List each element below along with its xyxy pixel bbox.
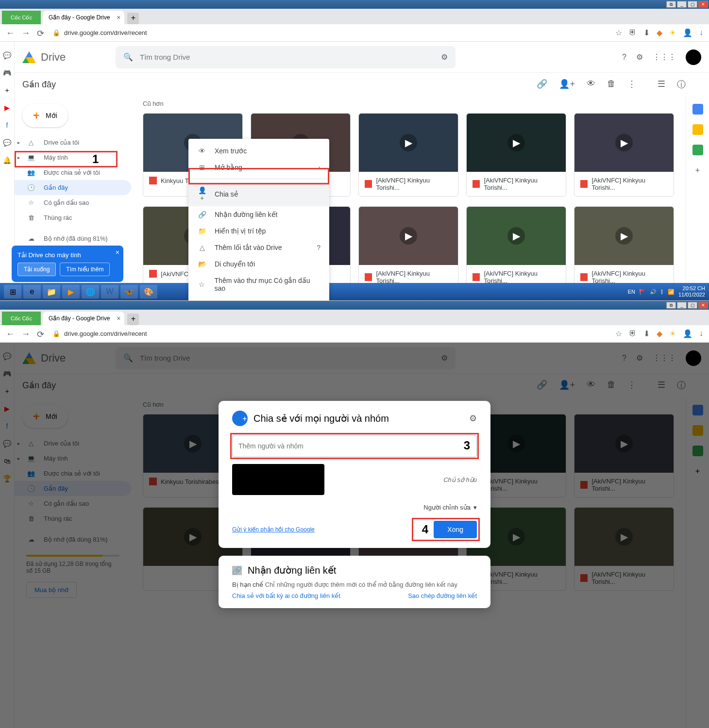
share-modal-overlay[interactable]: 👤+ Chia sẻ với mọi người và nhóm ⚙ 3 Chủ… xyxy=(0,343,709,728)
shield-icon[interactable]: ⛨ xyxy=(629,28,637,37)
file-card[interactable]: [AkiVNFC] Kinkyuu Torishi... xyxy=(466,206,566,290)
url-field[interactable]: 🔒 drive.google.com/drive/recent xyxy=(52,29,609,36)
task-app[interactable]: 🦋 xyxy=(120,285,138,298)
rail-youtube-icon[interactable]: ▶ xyxy=(2,104,12,114)
menu-shortcut[interactable]: △Thêm lối tắt vào Drive? xyxy=(188,239,329,256)
menu-openwith[interactable]: ⊞Mở bằng› xyxy=(188,159,329,176)
add-people-input[interactable] xyxy=(232,435,477,457)
sidebar-item-mydrive[interactable]: ▸△Drive của tôi xyxy=(15,135,131,150)
win-maximize[interactable]: ▢ xyxy=(688,302,697,309)
close-icon[interactable]: × xyxy=(116,248,119,256)
download2-icon[interactable]: ↓ xyxy=(699,28,703,37)
file-card[interactable]: [AkiVNFC] Kinkyuu Torishi... xyxy=(358,206,458,290)
star-icon[interactable]: ☆ xyxy=(615,329,622,338)
help-icon[interactable]: ? xyxy=(317,244,321,251)
help-icon[interactable]: ? xyxy=(622,53,626,62)
sidebar-item-recent[interactable]: 🕒Gần đây xyxy=(15,180,131,195)
filter-icon[interactable]: ⚙ xyxy=(441,52,448,62)
task-chrome[interactable]: 🌐 xyxy=(82,285,99,298)
drive-logo[interactable]: Drive xyxy=(22,51,110,64)
copy-link-button[interactable]: Sao chép đường liên kết xyxy=(408,592,477,599)
promo-learn-button[interactable]: Tìm hiểu thêm xyxy=(60,263,110,276)
search-input[interactable] xyxy=(140,53,434,61)
win-tab-icon[interactable]: ⧉ xyxy=(666,1,676,8)
url-field[interactable]: 🔒 drive.google.com/drive/recent xyxy=(52,330,609,337)
close-icon[interactable]: × xyxy=(117,14,120,21)
close-icon[interactable]: × xyxy=(117,314,120,322)
win-maximize[interactable]: ▢ xyxy=(688,1,697,8)
new-tab-button[interactable]: + xyxy=(127,314,139,325)
rail-messenger-icon[interactable]: 💬 xyxy=(2,51,12,61)
menu-rename[interactable]: ✎Đổi tên xyxy=(188,297,329,301)
tray-flag-icon[interactable]: 🚩 xyxy=(639,289,646,295)
account-avatar[interactable] xyxy=(686,50,701,65)
download-icon[interactable]: ⬇ xyxy=(643,329,650,338)
info-icon[interactable]: ⓘ xyxy=(677,79,686,90)
add-person-icon[interactable]: 👤+ xyxy=(559,79,575,90)
file-card[interactable]: [AkiVNFC] Kinkyuu Torishi... xyxy=(574,206,674,290)
menu-share[interactable]: 👤+Chia sẻ xyxy=(188,182,329,206)
menu-showloc[interactable]: 📁Hiển thị vị trí tệp xyxy=(188,223,329,239)
trash-icon[interactable]: 🗑 xyxy=(607,79,616,90)
drive-search[interactable]: 🔍 ⚙ xyxy=(116,46,456,68)
sun-icon[interactable]: ☀ xyxy=(669,329,676,338)
diamond-icon[interactable]: ◆ xyxy=(657,28,662,37)
gear-icon[interactable]: ⚙ xyxy=(469,413,477,424)
rail-game-icon[interactable]: 🎮 xyxy=(2,69,12,79)
win-close[interactable]: ✕ xyxy=(698,1,708,8)
task-media[interactable]: ▶ xyxy=(62,285,80,298)
list-view-icon[interactable]: ☰ xyxy=(658,79,665,90)
sidebar-item-trash[interactable]: 🗑Thùng rác xyxy=(15,210,131,225)
diamond-icon[interactable]: ◆ xyxy=(657,329,662,338)
calendar-icon[interactable] xyxy=(692,104,703,115)
settings-icon[interactable]: ⚙ xyxy=(636,52,643,62)
keep-icon[interactable] xyxy=(692,124,703,135)
menu-preview[interactable]: 👁Xem trước xyxy=(188,143,329,159)
new-button[interactable]: + Mới xyxy=(22,104,68,127)
win-tab-icon[interactable]: ⧉ xyxy=(666,302,676,309)
tray-bt-icon[interactable]: ᛒ xyxy=(660,289,664,295)
avatar-icon[interactable]: 👤 xyxy=(683,28,692,37)
reload-icon[interactable]: ⟳ xyxy=(37,28,47,38)
win-close[interactable]: ✕ xyxy=(698,302,708,309)
tray-vol-icon[interactable]: 🔊 xyxy=(650,289,657,295)
file-card[interactable]: [AkiVNFC] Kinkyuu Torishi... xyxy=(466,113,566,197)
chevron-right-icon[interactable]: ▸ xyxy=(17,155,20,160)
rail-msg2-icon[interactable]: 💬 xyxy=(2,139,12,149)
apps-icon[interactable]: ⋮⋮⋮ xyxy=(653,52,676,62)
back-icon[interactable]: ← xyxy=(6,329,16,339)
more-icon[interactable]: ⋮ xyxy=(627,79,636,90)
sidebar-item-starred[interactable]: ☆Có gắn dấu sao xyxy=(15,195,131,210)
task-explorer[interactable]: 📁 xyxy=(43,285,60,298)
chevron-right-icon[interactable]: ▸ xyxy=(17,140,20,145)
file-card[interactable]: [AkiVNFC] Kinkyuu Torishi... xyxy=(574,113,674,197)
share-anyone-link[interactable]: Chia sẻ với bất kỳ ai có đường liên kết xyxy=(232,592,340,599)
done-button[interactable]: Xong xyxy=(434,521,477,538)
reload-icon[interactable]: ⟳ xyxy=(37,329,47,339)
avatar-icon[interactable]: 👤 xyxy=(683,329,692,338)
promo-download-button[interactable]: Tải xuống xyxy=(17,263,56,276)
rail-bell-icon[interactable]: 🔔 xyxy=(2,156,12,166)
back-icon[interactable]: ← xyxy=(6,28,16,38)
sun-icon[interactable]: ☀ xyxy=(669,28,676,37)
editor-dropdown[interactable]: Người chỉnh sửa ▾ xyxy=(423,504,477,511)
feedback-link[interactable]: Gửi ý kiến phản hồi cho Google xyxy=(232,526,315,533)
browser-tab[interactable]: Gần đây - Google Drive × xyxy=(43,11,124,24)
tray-net-icon[interactable]: 📶 xyxy=(668,289,675,295)
forward-icon[interactable]: → xyxy=(21,28,31,38)
tasks-icon[interactable] xyxy=(692,145,703,155)
menu-moveto[interactable]: 📂Di chuyển tới xyxy=(188,256,329,272)
new-tab-button[interactable]: + xyxy=(127,13,139,24)
task-paint[interactable]: 🎨 xyxy=(140,285,157,298)
start-button[interactable]: ⊞ xyxy=(4,285,21,298)
rail-fb-icon[interactable]: f xyxy=(2,121,12,131)
sidebar-item-shared[interactable]: 👥Được chia sẻ với tôi xyxy=(15,165,131,180)
menu-getlink[interactable]: 🔗Nhận đường liên kết xyxy=(188,206,329,223)
task-ie[interactable]: e xyxy=(23,285,41,298)
win-minimize[interactable]: _ xyxy=(677,1,687,8)
menu-star[interactable]: ☆Thêm vào thư mục Có gắn dấu sao xyxy=(188,272,329,297)
lang-indicator[interactable]: EN xyxy=(628,289,635,295)
win-minimize[interactable]: _ xyxy=(677,302,687,309)
shield-icon[interactable]: ⛨ xyxy=(629,329,637,338)
add-icon[interactable]: + xyxy=(692,165,703,176)
